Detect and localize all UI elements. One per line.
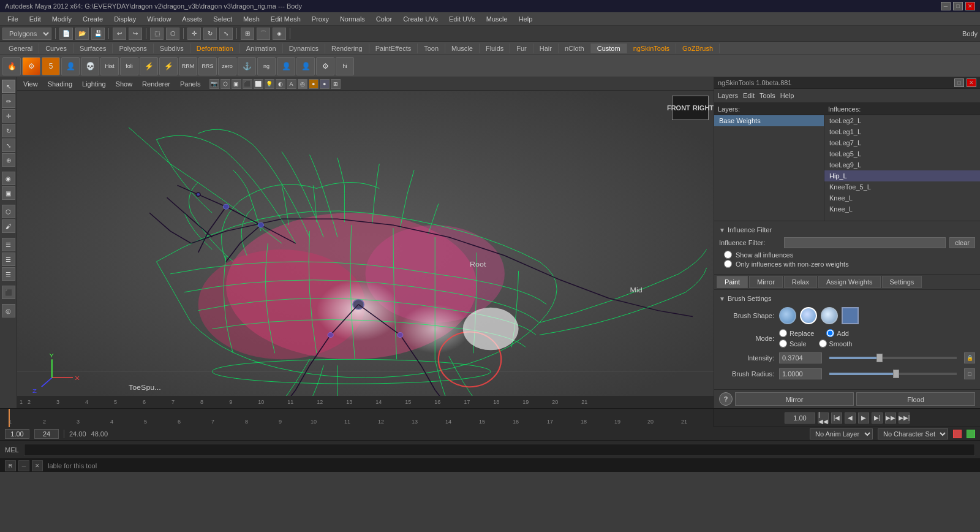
menu-edit-uvs[interactable]: Edit UVs: [444, 14, 480, 24]
flood-button[interactable]: Flood: [856, 392, 975, 406]
shelf-icon-4[interactable]: 👤: [61, 57, 80, 75]
intensity-lock-icon[interactable]: 🔒: [964, 352, 975, 363]
vp-menu-show[interactable]: Show: [112, 79, 137, 89]
shelf-tab-ncloth[interactable]: nCloth: [559, 44, 591, 53]
vp-menu-view[interactable]: View: [20, 79, 42, 89]
panel-menu-help[interactable]: Help: [780, 92, 794, 99]
shelf-icon-hist[interactable]: Hist: [100, 57, 119, 75]
vp-icon-lights[interactable]: 💡: [265, 79, 274, 89]
vp-icon-orange[interactable]: ●: [309, 79, 318, 89]
vp-menu-panels[interactable]: Panels: [176, 79, 205, 89]
mode-radio-add[interactable]: [826, 329, 834, 337]
shelf-tab-deformation[interactable]: Deformation: [190, 44, 240, 53]
select-tool[interactable]: ↖: [2, 80, 15, 93]
tab-settings[interactable]: Settings: [882, 276, 922, 288]
menu-mesh[interactable]: Mesh: [238, 14, 265, 24]
shelf-icon-zero[interactable]: zero: [218, 57, 236, 75]
tl-next-frame-icon[interactable]: ▶|: [872, 412, 883, 424]
shelf-tab-curves[interactable]: Curves: [39, 44, 74, 53]
new-scene-icon[interactable]: 📄: [59, 28, 73, 40]
shelf-icon-6[interactable]: ⚡: [140, 57, 158, 75]
move-tool-icon[interactable]: ✛: [187, 28, 201, 40]
fb-icon-r[interactable]: R: [5, 460, 16, 471]
menu-window[interactable]: Window: [142, 14, 176, 24]
influence-hip-l[interactable]: Hip_L: [824, 170, 980, 181]
tl-prev-key-icon[interactable]: |◀: [831, 412, 842, 424]
paint-select-tool[interactable]: ✏: [2, 94, 15, 108]
vp-icon-highlight[interactable]: ◎: [298, 79, 307, 89]
menu-file[interactable]: File: [2, 14, 23, 24]
vp-menu-lighting[interactable]: Lighting: [78, 79, 110, 89]
snap-point-icon[interactable]: ◈: [273, 28, 286, 40]
vp-icon-wireframe[interactable]: ⬡: [221, 79, 230, 89]
shelf-tab-fur[interactable]: Fur: [510, 44, 533, 53]
brush-shape-medium[interactable]: [800, 307, 817, 324]
current-time-input[interactable]: [785, 412, 815, 424]
minimize-button[interactable]: ─: [941, 2, 951, 10]
fb-icon-close[interactable]: ✕: [32, 460, 43, 471]
radius-slider[interactable]: [829, 373, 957, 375]
select-tool-icon[interactable]: ⬚: [150, 28, 164, 40]
menu-edit[interactable]: Edit: [24, 14, 46, 24]
shelf-icon-hi[interactable]: hi: [336, 57, 354, 75]
brush-shape-soft[interactable]: [779, 307, 796, 324]
shelf-icon-10[interactable]: 👤: [296, 57, 315, 75]
ng-close-icon[interactable]: ✕: [967, 78, 976, 87]
shelf-icon-ng[interactable]: ng: [257, 57, 276, 75]
lasso-select-icon[interactable]: ⬡: [166, 28, 179, 40]
vp-icon-shadows[interactable]: ◐: [276, 79, 285, 89]
menu-color[interactable]: Color: [371, 14, 397, 24]
shelf-icon-2[interactable]: ⚙: [22, 57, 40, 75]
rotate-tool[interactable]: ↻: [2, 124, 15, 137]
menu-help[interactable]: Help: [514, 14, 538, 24]
shelf-tab-fluids[interactable]: Fluids: [480, 44, 510, 53]
mirror-button[interactable]: Mirror: [735, 392, 854, 406]
shelf-icon-3[interactable]: 5: [42, 57, 60, 75]
timeline-ruler[interactable]: 1 2 3 4 5 6 7 8 9 10 11 12 13 14 15 16 1…: [0, 409, 714, 427]
panel-menu-edit[interactable]: Edit: [743, 92, 755, 99]
soft-select-tool[interactable]: ◉: [2, 172, 15, 185]
tl-skip-start-icon[interactable]: |◀◀: [818, 412, 829, 424]
lasso-tool[interactable]: ⬡: [2, 205, 15, 218]
shelf-tab-painteffects[interactable]: PaintEffects: [369, 44, 418, 53]
scale-tool[interactable]: ⤡: [2, 139, 15, 152]
menu-muscle[interactable]: Muscle: [481, 14, 513, 24]
menu-proxy[interactable]: Proxy: [307, 14, 334, 24]
menu-create[interactable]: Create: [78, 14, 108, 24]
tl-play-icon[interactable]: ▶: [858, 412, 869, 424]
tl-prev-frame-icon[interactable]: ◀: [845, 412, 856, 424]
layer-display-2[interactable]: ☰: [2, 253, 15, 266]
mode-radio-replace[interactable]: [779, 329, 787, 337]
show-all-radio[interactable]: [724, 251, 732, 259]
shelf-tab-rendering[interactable]: Rendering: [325, 44, 369, 53]
tab-paint[interactable]: Paint: [717, 276, 748, 288]
influence-toeleg9[interactable]: toeLeg9_L: [824, 159, 980, 170]
shelf-tab-dynamics[interactable]: Dynamics: [283, 44, 325, 53]
menu-normals[interactable]: Normals: [335, 14, 370, 24]
paint-tool[interactable]: 🖌: [2, 219, 15, 233]
rotate-tool-icon[interactable]: ↻: [203, 28, 217, 40]
shelf-icon-11[interactable]: ⚙: [316, 57, 334, 75]
scale-tool-icon[interactable]: ⤡: [219, 28, 233, 40]
open-scene-icon[interactable]: 📂: [75, 28, 89, 40]
intensity-input[interactable]: [779, 352, 822, 363]
intensity-slider[interactable]: [829, 357, 957, 359]
command-line[interactable]: [24, 444, 975, 456]
shelf-tab-animation[interactable]: Animation: [240, 44, 283, 53]
tab-assign-weights[interactable]: Assign Weights: [818, 276, 881, 288]
brush-radius-input[interactable]: [779, 368, 822, 379]
menu-display[interactable]: Display: [109, 14, 141, 24]
range-start[interactable]: [5, 429, 29, 439]
menu-select[interactable]: Select: [208, 14, 237, 24]
panel-menu-tools[interactable]: Tools: [760, 92, 775, 99]
layer-display-3[interactable]: ☰: [2, 267, 15, 281]
vp-icon-camera[interactable]: 📷: [209, 79, 219, 89]
filter-input[interactable]: [784, 237, 946, 248]
mode-radio-scale[interactable]: [779, 340, 787, 348]
redo-icon[interactable]: ↪: [129, 28, 142, 40]
tl-next-key-icon[interactable]: ▶▶: [885, 412, 896, 424]
shelf-tab-ngskintools[interactable]: ngSkinTools: [627, 44, 676, 53]
shelf-tab-polygons[interactable]: Polygons: [113, 44, 153, 53]
char-set-dropdown[interactable]: No Character Set: [878, 428, 948, 439]
menu-modify[interactable]: Modify: [47, 14, 77, 24]
